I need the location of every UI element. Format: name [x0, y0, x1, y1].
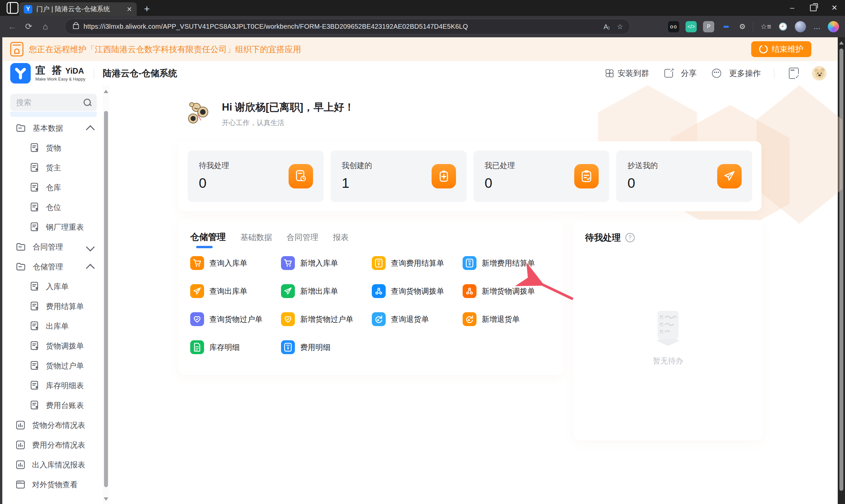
- tab-基础数据[interactable]: 基础数据: [241, 232, 272, 242]
- tab-close-icon[interactable]: ✕: [126, 5, 132, 13]
- sidebar-item-库存明细表[interactable]: 库存明细表: [2, 376, 103, 395]
- sidebar-item-基本数据[interactable]: 基本数据: [2, 118, 103, 138]
- back-button[interactable]: ←: [4, 21, 20, 32]
- search-placeholder: 搜索: [16, 97, 84, 108]
- sidebar-item-货物[interactable]: 货物: [2, 138, 103, 158]
- url-text: https://i3lmxb.aliwork.com/APP_VSUTV41PC…: [84, 23, 596, 30]
- shortcut-新增货物过户单[interactable]: 新增货物过户单: [281, 312, 372, 326]
- header-divider-2: [774, 68, 774, 78]
- sidebar-item-钢厂理重表[interactable]: 钢厂理重表: [2, 217, 103, 237]
- sidebar-item-货物分布情况表[interactable]: 货物分布情况表: [2, 415, 103, 435]
- close-button[interactable]: ✕: [824, 0, 845, 16]
- nodes-icon: [463, 284, 476, 298]
- sidebar-item-费用分布情况表[interactable]: 费用分布情况表: [2, 435, 103, 455]
- help-icon[interactable]: ?: [626, 233, 635, 242]
- power-icon: [759, 45, 768, 53]
- stat-card-我已处理[interactable]: 我已处理 0: [474, 150, 610, 202]
- sidebar-item-货主[interactable]: 货主: [2, 158, 103, 178]
- page-scrollbar-thumb[interactable]: [839, 49, 843, 491]
- shortcut-新增费用结算单[interactable]: ¥ 新增费用结算单: [463, 256, 553, 270]
- shortcut-查询费用结算单[interactable]: ¥ 查询费用结算单: [372, 256, 463, 270]
- sidebar-item-label: 对外货物查看: [32, 480, 103, 490]
- sidebar-item-出库单[interactable]: 出库单: [2, 316, 103, 336]
- extension-code-icon[interactable]: </>: [686, 21, 697, 32]
- sidebar-item-费用台账表[interactable]: 费用台账表: [2, 395, 103, 415]
- group-icon: [16, 124, 25, 132]
- sidebar-item-label: 仓库: [46, 182, 103, 193]
- sidebar-item-入库单[interactable]: 入库单: [2, 276, 103, 296]
- sidebar-item-合同管理[interactable]: 合同管理: [2, 237, 103, 257]
- sidebar-item-费用结算单[interactable]: 费用结算单: [2, 296, 103, 316]
- shortcut-库存明细[interactable]: 库存明细: [190, 340, 281, 354]
- minimize-button[interactable]: –: [781, 0, 803, 16]
- stat-card-待我处理[interactable]: 待我处理 0: [188, 150, 323, 202]
- toolbar-right: oo </> P ⚙ ☆≡ 🕘 …: [668, 16, 839, 37]
- share-button[interactable]: 分享: [664, 68, 697, 78]
- read-aloud-icon[interactable]: A): [604, 23, 610, 31]
- workspace-icon[interactable]: [6, 2, 18, 14]
- sidebar-item-对外货物查看[interactable]: 对外货物查看: [2, 475, 103, 494]
- stat-card-抄送我的[interactable]: 抄送我的 0: [616, 150, 752, 202]
- extension-dash-icon[interactable]: [721, 21, 732, 32]
- new-tab-button[interactable]: +: [144, 3, 150, 15]
- item-icon: [31, 183, 39, 192]
- browser-tab-bar: Y 门户 | 陆港云仓-仓储系统 ✕ + – ✕: [0, 0, 845, 16]
- copilot-icon[interactable]: [828, 21, 839, 32]
- sidebar-scroll-up[interactable]: [104, 90, 108, 93]
- restore-button[interactable]: [803, 0, 824, 16]
- end-maintenance-button[interactable]: 结束维护: [751, 41, 811, 57]
- sidebar-item-出入库情况报表[interactable]: 出入库情况报表: [2, 455, 103, 475]
- user-avatar[interactable]: [812, 66, 827, 80]
- favorites-bar-icon[interactable]: ☆≡: [760, 22, 771, 31]
- heart-icon: [281, 312, 295, 326]
- tab-报表[interactable]: 报表: [333, 232, 349, 242]
- sidebar-item-货物调拨单[interactable]: 货物调拨单: [2, 336, 103, 356]
- sidebar-scroll-thumb[interactable]: [104, 111, 108, 487]
- shortcut-查询退货单[interactable]: 查询退货单: [372, 312, 463, 326]
- extensions-puzzle-icon[interactable]: ⚙: [739, 22, 745, 31]
- toolbar-divider: [753, 22, 753, 32]
- home-button[interactable]: ⌂: [37, 21, 53, 32]
- tab-合同管理[interactable]: 合同管理: [287, 232, 318, 242]
- install-to-group-button[interactable]: 安装到群: [605, 68, 649, 78]
- sidebar-item-仓储管理[interactable]: 仓储管理: [2, 257, 103, 276]
- settings-more-icon[interactable]: …: [813, 22, 821, 31]
- stat-card-我创建的[interactable]: 我创建的 1: [331, 150, 466, 202]
- heart-icon: [190, 312, 204, 326]
- shortcut-新增出库单[interactable]: 新增出库单: [281, 284, 372, 298]
- shortcut-查询出库单[interactable]: 查询出库单: [190, 284, 281, 298]
- sidebar-scroll-down[interactable]: [104, 498, 108, 501]
- sidebar-search-input[interactable]: 搜索: [10, 94, 97, 111]
- shortcut-查询入库单[interactable]: 查询入库单: [190, 256, 281, 270]
- shortcut-费用明细[interactable]: ¥ 费用明细: [281, 340, 372, 354]
- more-actions-button[interactable]: ••• 更多操作: [712, 68, 761, 78]
- browser-profile-avatar[interactable]: [795, 21, 806, 32]
- page-scrollbar[interactable]: [838, 37, 845, 504]
- sidebar-scrollbar[interactable]: [103, 85, 109, 504]
- shortcut-新增退货单[interactable]: 新增退货单: [463, 312, 553, 326]
- scroll-up-arrow[interactable]: [839, 41, 844, 44]
- yida-logo-icon[interactable]: [10, 63, 31, 84]
- shortcut-查询货物调拨单[interactable]: 查询货物调拨单: [372, 284, 463, 298]
- greeting: Hi 谢欣杨[已离职]，早上好！ 开心工作，认真生活: [183, 98, 354, 129]
- shortcut-新增入库单[interactable]: 新增入库单: [281, 256, 372, 270]
- history-icon[interactable]: 🕘: [779, 22, 788, 31]
- sidebar-item-label: 费用台账表: [46, 400, 103, 411]
- item-icon: [31, 341, 39, 350]
- shortcut-查询货物过户单[interactable]: 查询货物过户单: [190, 312, 281, 326]
- clipboard-check-icon[interactable]: [789, 68, 799, 79]
- favorite-star-icon[interactable]: ☆: [617, 23, 623, 31]
- window-icon: [16, 481, 25, 488]
- sidebar-item-仓库[interactable]: 仓库: [2, 178, 103, 197]
- address-bar[interactable]: https://i3lmxb.aliwork.com/APP_VSUTV41PC…: [65, 19, 630, 34]
- sidebar-item-货物过户单[interactable]: 货物过户单: [2, 356, 103, 376]
- refresh-button[interactable]: ⟳: [20, 21, 37, 32]
- receipt-icon: ¥: [372, 256, 386, 270]
- tab-仓储管理[interactable]: 仓储管理: [190, 231, 226, 243]
- extension-eyes-icon[interactable]: oo: [668, 21, 679, 32]
- shortcut-新增货物调拨单[interactable]: 新增货物调拨单: [463, 284, 553, 298]
- browser-tab[interactable]: Y 门户 | 陆港云仓-仓储系统 ✕: [19, 2, 137, 16]
- shortcut-label: 查询退货单: [391, 314, 429, 324]
- extension-p-icon[interactable]: P: [703, 21, 714, 32]
- sidebar-item-仓位[interactable]: 仓位: [2, 197, 103, 217]
